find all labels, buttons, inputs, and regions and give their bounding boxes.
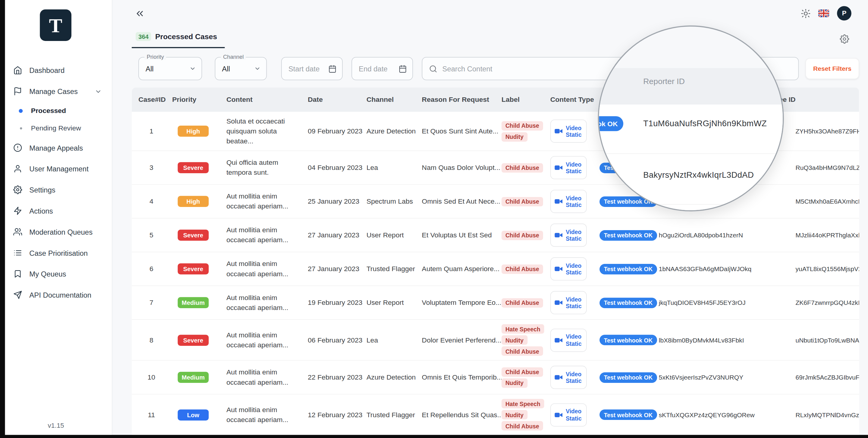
sidebar-item-case-prioritisation[interactable]: Case Prioritisation: [0, 242, 112, 263]
label-chip: Nudity: [501, 378, 527, 388]
theme-toggle-icon[interactable]: [801, 8, 810, 18]
cell-content: Aut mollitia enim occaecati aperiam...: [226, 293, 308, 313]
uk-flag-icon[interactable]: [818, 9, 830, 17]
label-chip: Child Abuse: [501, 231, 543, 240]
cell-content: Aut mollitia enim occaecati aperiam...: [226, 405, 308, 425]
home-icon: [13, 66, 22, 75]
sidebar-item-label: My Qeueus: [29, 270, 66, 278]
label-chip: Nudity: [501, 410, 527, 419]
column-header-label: Label: [501, 96, 550, 104]
end-date-input[interactable]: [351, 57, 413, 80]
cell-labels: Child Abuse: [501, 197, 550, 206]
active-dot: [19, 109, 23, 113]
tab-label: Processed Cases: [155, 32, 217, 41]
sidebar-item-my-qeueus[interactable]: My Qeueus: [0, 263, 112, 284]
priority-select[interactable]: Priority All: [138, 57, 202, 80]
sidebar-item-manage-appeals[interactable]: Manage Appeals: [0, 137, 112, 159]
webhook-badge[interactable]: Test webhook OK: [599, 372, 657, 383]
cell-date: 22 February 2023: [308, 374, 367, 381]
webhook-badge[interactable]: Test webhook OK: [599, 335, 657, 345]
label-chip: Child Abuse: [501, 121, 543, 130]
sidebar-item-dashboard[interactable]: Dashboard: [0, 60, 112, 81]
content-type-chip: Video Static: [550, 224, 587, 247]
cell-labels: Child Abuse: [501, 231, 550, 240]
cell-date: 12 February 2023: [308, 411, 367, 419]
label-chip: Child Abuse: [501, 298, 543, 308]
version-label: v1.15: [0, 422, 112, 430]
sidebar-item-label: API Documentation: [29, 291, 91, 299]
priority-select-value: All: [146, 64, 154, 73]
cell-reportee: 69rJmk5AcZBJGIbvuFYCjVih: [795, 374, 859, 381]
cell-date: 27 January 2023: [308, 265, 367, 273]
column-header-content-type: Content Type: [550, 96, 599, 104]
end-date-field[interactable]: [359, 64, 398, 73]
table-row[interactable]: 5 Severe Aut mollitia enim occaecati ape…: [132, 219, 859, 252]
cell-reportee: MJzlii44oKPRThglaXxhi5Mu: [795, 232, 859, 239]
start-date-input[interactable]: [281, 57, 343, 80]
topbar: P: [113, 0, 868, 27]
channel-select-label: Channel: [221, 54, 246, 60]
cell-reason: Voluptatem Tempore Eo...: [422, 299, 501, 307]
tab-processed-cases[interactable]: 364 Processed Cases: [132, 30, 225, 48]
priority-badge: Severe: [178, 335, 209, 346]
sidebar-item-settings[interactable]: Settings: [0, 179, 112, 200]
collapse-sidebar-icon[interactable]: [134, 8, 145, 19]
content-type-chip: Video Static: [550, 329, 587, 352]
reset-filters-button[interactable]: Reset Filters: [805, 58, 859, 79]
content-type-chip: Video Static: [550, 366, 587, 389]
user-icon: [13, 165, 22, 173]
cell-channel: Azure Detection: [367, 374, 422, 381]
cell-channel: Trusted Flagger: [367, 265, 422, 273]
sidebar-item-user-management[interactable]: User Management: [0, 158, 112, 179]
sidebar-item-processed[interactable]: Processed: [0, 102, 112, 120]
sidebar-item-moderation-queues[interactable]: Moderation Queues: [0, 222, 112, 242]
webhook-badge[interactable]: Test webhook OK: [599, 230, 657, 241]
label-chip: Child Abuse: [501, 163, 543, 173]
start-date-field[interactable]: [288, 64, 328, 73]
chevron-down-icon: [189, 65, 196, 72]
webhook-badge[interactable]: Test webhook OK: [599, 410, 657, 420]
calendar-icon[interactable]: [328, 64, 337, 73]
cell-content: Aut mollitia enim occaecati aperiam...: [226, 368, 308, 388]
sidebar-item-api-documentation[interactable]: API Documentation: [0, 284, 112, 305]
avatar[interactable]: P: [837, 6, 851, 21]
chevron-down-icon: [254, 65, 261, 72]
sidebar-item-pending-review[interactable]: Pending Review: [0, 120, 112, 137]
app-logo[interactable]: T: [40, 9, 71, 41]
cell-date: 19 February 2023: [308, 299, 367, 307]
video-camera-icon: [554, 127, 563, 136]
cell-channel: Spectrum Labs: [367, 198, 422, 205]
column-header-date: Date: [308, 96, 367, 104]
cell-case-id: 1: [138, 127, 172, 135]
table-row[interactable]: 6 Severe Aut mollitia enim occaecati ape…: [132, 252, 859, 286]
flag-icon: [13, 87, 22, 96]
content-type-chip: Video Static: [550, 156, 587, 179]
label-chip: Child Abuse: [501, 421, 543, 431]
group-icon: [13, 228, 22, 236]
magnified-header-band: [599, 68, 783, 104]
window-frame-bottom: [0, 435, 868, 438]
webhook-badge[interactable]: Test webhook OK: [599, 298, 657, 308]
cell-case-id: 10: [138, 374, 172, 381]
cell-labels: Child Abuse: [501, 298, 550, 308]
table-row[interactable]: 10 Medium Aut mollitia enim occaecati ap…: [132, 361, 859, 395]
channel-select[interactable]: Channel All: [215, 57, 267, 80]
cell-labels: Child AbuseNudity: [501, 121, 550, 142]
cell-date: 09 February 2023: [308, 127, 367, 135]
table-row[interactable]: 8 Severe Aut mollitia enim occaecati ape…: [132, 320, 859, 361]
sidebar-item-actions[interactable]: Actions: [0, 200, 112, 222]
table-row[interactable]: 7 Medium Aut mollitia enim occaecati ape…: [132, 286, 859, 320]
table-row[interactable]: 11 Low Aut mollitia enim occaecati aperi…: [132, 395, 859, 436]
sidebar-item-label: Dashboard: [29, 66, 64, 74]
sidebar-item-manage-cases[interactable]: Manage Cases: [0, 81, 112, 102]
cell-channel: User Report: [367, 231, 422, 239]
avatar-initial: P: [842, 9, 846, 17]
video-camera-icon: [554, 265, 563, 273]
label-chip: Hate Speech: [501, 325, 544, 334]
sidebar-item-label: Manage Cases: [29, 87, 78, 96]
sidebar-item-label: Settings: [29, 186, 55, 194]
calendar-icon[interactable]: [398, 64, 407, 73]
webhook-badge[interactable]: Test webhook OK: [599, 264, 657, 274]
cell-content: Aut mollitia enim occaecati aperiam...: [226, 192, 308, 212]
table-settings-gear-icon[interactable]: [840, 34, 849, 44]
